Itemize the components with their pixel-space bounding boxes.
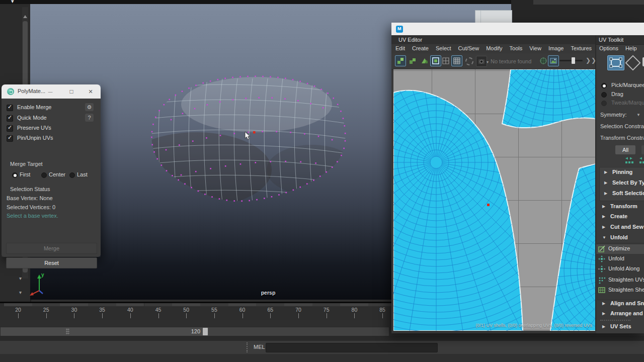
frame-shade-block	[284, 303, 312, 306]
polymate-icon	[7, 88, 14, 95]
uv-canvas[interactable]: (0/1) UV shells, (0/0) overlapping UVs, …	[393, 69, 596, 331]
symmetry-dropdown-icon[interactable]: ▼	[636, 113, 640, 117]
selected-vertices-value: Selected Vertices: 0	[7, 204, 55, 210]
camera-dropdown-icon[interactable]: ▾	[487, 60, 489, 64]
chevron-right-icon	[604, 170, 607, 174]
symmetry-label: Symmetry: ▼	[600, 112, 627, 118]
section-uv-sets[interactable]: UV Sets	[596, 323, 644, 332]
range-slider[interactable]: 120	[0, 327, 389, 337]
section-cut-and-sew[interactable]: Cut and Sew	[596, 224, 644, 232]
gear-icon: ⚙	[87, 104, 92, 110]
top-shelf-strip: ▾	[0, 0, 511, 4]
selected-uv-vertex[interactable]	[487, 204, 490, 206]
maximize-button[interactable]	[67, 87, 75, 96]
frame-tick-label: 55	[204, 307, 224, 313]
section-align-and-snap[interactable]: Align and Snap	[596, 300, 644, 309]
section-arrange-and-layout[interactable]: Arrange and Layout	[596, 310, 644, 319]
constraint-clipped-button[interactable]	[641, 145, 644, 154]
display-shell-borders-button[interactable]	[395, 55, 406, 66]
selection-hint: Select a base vertex.	[7, 213, 58, 219]
range-end-handle[interactable]	[203, 328, 208, 335]
frame-shade-block	[144, 303, 173, 306]
menu-create[interactable]: Create	[412, 45, 429, 51]
mel-label[interactable]: MEL	[254, 344, 265, 350]
display-distortion-button[interactable]	[420, 56, 430, 66]
camera-label: persp	[252, 290, 285, 296]
image-dim-slider[interactable]	[559, 60, 583, 61]
tab-uv-toolkit[interactable]: UV Toolkit	[599, 37, 623, 43]
radio-icon	[69, 172, 75, 178]
menu-view[interactable]: View	[529, 45, 541, 51]
image-dim-slider-handle[interactable]	[572, 57, 575, 64]
uv-snapshot-camera-button[interactable]	[476, 56, 487, 67]
menu-tools[interactable]: Tools	[510, 45, 523, 51]
chevron-down-icon[interactable]: ▾	[19, 290, 22, 295]
menu-help[interactable]: Help	[625, 45, 637, 51]
close-button[interactable]	[87, 87, 95, 96]
toolkit-item-straighten-shell[interactable]: Straighten Shell	[596, 286, 644, 295]
frame-tick-label: 70	[288, 307, 308, 313]
chevron-right-icon	[602, 204, 605, 209]
frame-tick-label: 85	[372, 307, 392, 313]
menu-select[interactable]: Select	[436, 45, 451, 51]
uv-window-titlebar[interactable]	[391, 23, 644, 35]
checkbox-checked-icon	[7, 115, 13, 122]
toolkit-item-unfold-along[interactable]: Unfold Along	[596, 264, 644, 274]
display-checkered-button[interactable]	[451, 55, 462, 66]
chevron-right-icon	[602, 311, 605, 316]
move-uv-shell-tool-button[interactable]	[625, 55, 640, 70]
section-soft-selection[interactable]: Soft Selection	[596, 190, 644, 199]
toolkit-item-straighten-uvs[interactable]: Straighten UVs	[596, 276, 644, 285]
command-bar-grip[interactable]	[247, 342, 248, 352]
scroll-up-icon[interactable]	[23, 15, 27, 18]
toolkit-tabrow: UV Toolkit	[596, 35, 644, 45]
section-pinning[interactable]: Pinning	[596, 169, 644, 177]
pixel-snap-button[interactable]	[465, 57, 473, 65]
polymate-body: Enable Merge Quick Mode Preserve UVs Pin…	[2, 99, 101, 257]
frame-tick-label: 80	[344, 307, 364, 313]
uv-editor-window: UV Editor Edit Create Select Cut/Sew Mod…	[391, 23, 644, 333]
frame-tick-label: 40	[120, 307, 140, 313]
merge-button[interactable]: Merge	[6, 243, 97, 254]
uv-shell-left[interactable]	[393, 90, 523, 331]
radio-selected-icon	[12, 172, 18, 178]
uv-toolkit-panel: UV Toolkit Options Help Pick/Marquee Dra…	[596, 35, 644, 333]
menu-textures[interactable]: Textures	[571, 45, 592, 51]
menu-modify[interactable]: Modify	[486, 45, 502, 51]
frame-tick-label: 65	[260, 307, 280, 313]
frame-tick-mark	[270, 313, 271, 318]
menu-options[interactable]: Options	[599, 45, 618, 51]
toolkit-item-unfold[interactable]: Unfold	[596, 254, 644, 264]
texture-image-display-button[interactable]	[548, 55, 559, 66]
frame-tick-mark	[327, 313, 327, 318]
menu-edit[interactable]: Edit	[395, 45, 405, 51]
chevron-down-icon[interactable]: ▾	[19, 276, 22, 281]
range-grip-handle[interactable]	[66, 328, 69, 335]
section-transform[interactable]: Transform	[596, 203, 644, 212]
checker-material-button[interactable]	[538, 56, 548, 66]
minimize-button[interactable]	[46, 87, 54, 96]
display-image-border-button[interactable]	[430, 55, 441, 66]
menu-cut-sew[interactable]: Cut/Sew	[458, 45, 479, 51]
section-unfold[interactable]: Unfold	[596, 234, 644, 243]
section-select-by-type[interactable]: Select By Type	[596, 179, 644, 188]
mel-command-input[interactable]	[266, 343, 438, 352]
polymate-titlebar[interactable]: PolyMate...	[2, 84, 101, 99]
reset-button[interactable]: Reset	[6, 257, 97, 268]
frame-shade-block	[60, 303, 88, 306]
tab-uv-editor[interactable]: UV Editor	[398, 37, 422, 43]
radio-icon	[41, 172, 47, 178]
maya-application: ▾ ▾ ▾	[0, 0, 644, 362]
display-grid-button[interactable]	[441, 56, 451, 66]
distribute-icons[interactable]	[624, 156, 644, 165]
toolkit-item-optimize[interactable]: Optimize	[596, 244, 644, 254]
uv-shells	[393, 69, 596, 331]
menu-image[interactable]: Image	[548, 45, 564, 51]
uv-lattice-tool-button[interactable]	[607, 55, 624, 70]
settings-button[interactable]: ⚙	[85, 103, 94, 111]
help-button[interactable]: ?	[85, 114, 94, 122]
constraint-all-button[interactable]: All	[615, 145, 635, 154]
display-shells-button[interactable]	[408, 56, 418, 66]
section-create[interactable]: Create	[596, 213, 644, 222]
selected-vertex[interactable]	[253, 131, 256, 134]
